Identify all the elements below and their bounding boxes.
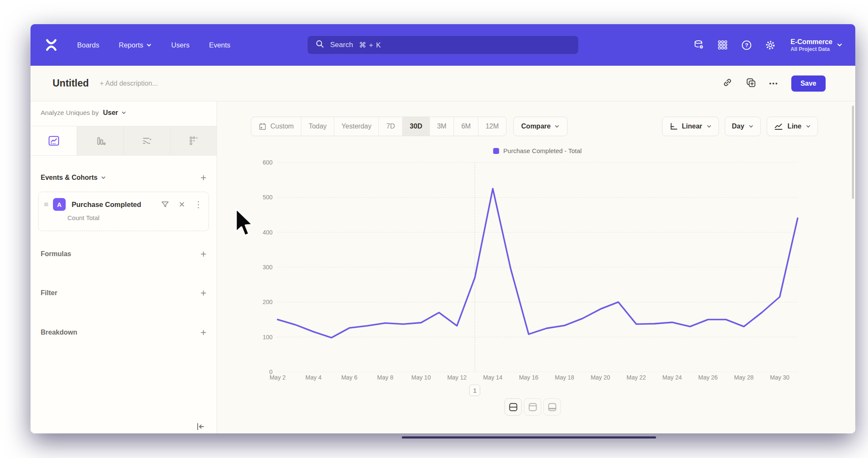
retention-dots-icon	[187, 134, 200, 147]
formulas-section: Formulas +	[41, 249, 206, 259]
project-switcher[interactable]: E-Commerce All Project Data	[790, 38, 843, 52]
x-tick-label: May 8	[377, 374, 393, 381]
filter-funnel-icon[interactable]	[161, 200, 170, 209]
layout-footer-bottom-button[interactable]	[543, 398, 561, 416]
x-tick-label: May 2	[270, 374, 286, 381]
layout-split-equal-button[interactable]	[504, 398, 522, 416]
layout-split-equal-icon	[508, 402, 518, 412]
event-metric[interactable]: Count Total	[67, 214, 203, 221]
layout-footer-bottom-icon	[547, 402, 557, 412]
svg-text:?: ?	[745, 42, 748, 48]
search-input[interactable]: Search ⌘ + K	[307, 36, 579, 54]
app-window: BoardsReportsUsersEvents Search ⌘ + K	[31, 24, 855, 433]
analyze-uniques-selector[interactable]: Analyze Uniques by User	[41, 109, 126, 117]
mixpanel-logo-icon[interactable]	[43, 37, 59, 53]
report-canvas: CustomTodayYesterday7D30D3M6M12M Compare…	[217, 101, 855, 433]
remove-event-icon[interactable]: ×	[179, 199, 185, 209]
scrollbar-thumb[interactable]	[852, 106, 854, 199]
home-indicator-bar	[402, 436, 656, 438]
chevron-down-icon	[146, 42, 152, 48]
x-tick-label: May 30	[770, 374, 790, 381]
help-icon[interactable]: ?	[740, 39, 752, 51]
drag-handle-icon[interactable]	[44, 202, 49, 207]
y-tick-label: 500	[263, 194, 273, 201]
line-chart[interactable]: 0100200300400500600May 2May 4May 6May 8M…	[217, 101, 855, 433]
x-tick-label: May 16	[519, 374, 538, 381]
series-line	[278, 189, 798, 338]
apps-grid-icon[interactable]	[717, 39, 729, 51]
y-tick-label: 200	[263, 299, 273, 305]
report-title[interactable]: Untitled	[53, 78, 89, 89]
x-tick-label: May 10	[412, 374, 431, 381]
chevron-down-icon	[837, 42, 843, 48]
breakdown-section: Breakdown +	[41, 327, 206, 338]
event-name[interactable]: Purchase Completed	[72, 201, 141, 209]
top-nav: BoardsReportsUsersEvents Search ⌘ + K	[31, 24, 855, 66]
search-placeholder: Search	[330, 41, 353, 49]
analyze-value: User	[103, 109, 118, 117]
x-tick-label: May 6	[341, 374, 357, 381]
layout-header-top-button[interactable]	[524, 398, 541, 416]
nav-items: BoardsReportsUsersEvents	[77, 41, 231, 49]
x-tick-label: May 18	[555, 374, 574, 381]
layout-header-top-icon	[528, 402, 538, 412]
chart-type-tabs	[31, 126, 217, 156]
query-builder-sidebar: Analyze Uniques by User	[31, 101, 217, 433]
add-filter-button[interactable]: +	[200, 288, 206, 298]
save-button[interactable]: Save	[791, 75, 826, 92]
annotation-badge[interactable]: 1	[469, 385, 480, 396]
add-formula-button[interactable]: +	[200, 249, 206, 259]
event-kebab-icon[interactable]: ⋮	[194, 199, 203, 209]
events-cohorts-header: Events & Cohorts +	[41, 173, 206, 183]
duplicate-icon[interactable]	[746, 77, 757, 90]
x-tick-label: May 20	[591, 374, 610, 381]
x-tick-label: May 14	[483, 374, 503, 381]
x-tick-label: May 26	[698, 374, 718, 381]
chevron-down-icon	[101, 175, 106, 180]
tab-bar-chart[interactable]	[77, 126, 123, 155]
event-letter-badge: A	[53, 198, 66, 211]
y-tick-label: 400	[263, 229, 273, 236]
x-tick-label: May 12	[447, 374, 467, 381]
collapse-sidebar-icon[interactable]	[194, 420, 207, 433]
y-tick-label: 600	[263, 159, 273, 166]
filter-section: Filter +	[41, 288, 206, 298]
project-name: E-Commerce	[790, 38, 832, 46]
bar-chart-icon	[94, 134, 107, 147]
y-tick-label: 100	[263, 334, 273, 341]
tab-line-chart[interactable]	[31, 126, 77, 155]
analyze-label: Analyze Uniques by	[41, 109, 99, 117]
x-tick-label: May 28	[734, 374, 754, 381]
event-card[interactable]: A Purchase Completed × ⋮ Count Total	[38, 192, 209, 231]
search-icon	[315, 39, 324, 50]
copy-link-icon[interactable]	[722, 77, 733, 89]
line-chart-icon	[47, 134, 60, 147]
project-subtitle: All Project Data	[790, 46, 832, 52]
chevron-down-icon	[121, 110, 126, 115]
nav-item-events[interactable]: Events	[209, 41, 230, 49]
layout-toggles	[504, 398, 561, 416]
settings-gear-icon[interactable]	[764, 39, 776, 51]
nav-item-users[interactable]: Users	[171, 41, 189, 49]
nav-item-reports[interactable]: Reports	[119, 41, 152, 49]
flows-icon	[141, 134, 153, 147]
nav-item-boards[interactable]: Boards	[77, 41, 99, 49]
data-management-icon[interactable]	[693, 39, 705, 51]
add-event-button[interactable]: +	[200, 173, 206, 183]
tab-flows[interactable]	[123, 126, 170, 155]
search-shortcut: ⌘ + K	[359, 41, 381, 50]
add-breakdown-button[interactable]: +	[200, 327, 206, 338]
tab-retention[interactable]	[170, 126, 217, 155]
report-titlebar: Untitled + Add description... ••• Save	[31, 66, 855, 101]
x-tick-label: May 4	[306, 374, 322, 381]
x-tick-label: May 24	[662, 374, 682, 381]
add-description[interactable]: + Add description...	[100, 80, 158, 87]
y-tick-label: 300	[263, 264, 273, 271]
more-options-button[interactable]: •••	[769, 80, 779, 87]
x-tick-label: May 22	[626, 374, 646, 381]
events-cohorts-title: Events & Cohorts	[41, 174, 106, 182]
